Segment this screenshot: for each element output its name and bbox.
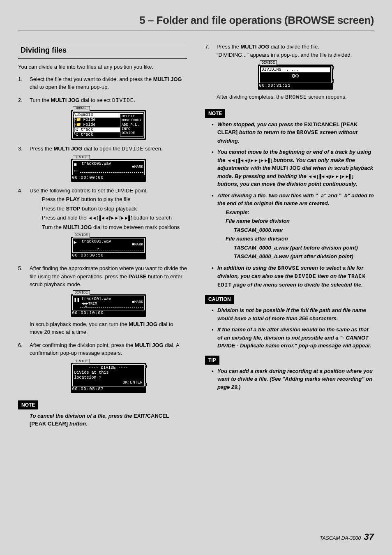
step-6: After confirming the division point, pre…	[18, 341, 187, 393]
step-5: After finding the approximate position w…	[18, 264, 187, 336]
steps-list-cont: Press the MULTI JOG dial to divide the f…	[205, 43, 374, 102]
tip-bullet: You can add a mark during recording at a…	[212, 367, 374, 391]
note-label: NOTE	[18, 400, 38, 409]
footer-model: TASCAM DA-3000	[320, 535, 361, 541]
play-icon: ▶	[74, 240, 77, 245]
stop-icon: ■	[74, 162, 77, 168]
pause-icon: ❚❚	[74, 297, 80, 303]
note-bullet: You cannot move to the beginning or end …	[212, 148, 374, 188]
tip-bullets: You can add a mark during recording at a…	[205, 367, 374, 391]
caution-bullet: If the name of a file after division wou…	[212, 326, 374, 350]
note-text: To cancel the division of a file, press …	[18, 412, 187, 428]
right-column: Press the MULTI JOG dial to divide the f…	[205, 43, 374, 428]
lcd-dividing: DIVIDE DIVIDING ...... ⚙⚙ ▲▼ 00:00:31:21	[258, 65, 333, 90]
section-heading: Dividing files	[18, 43, 187, 59]
left-column: Dividing files You can divide a file int…	[18, 43, 187, 428]
caution-label: CAUTION	[205, 295, 234, 304]
caution-bullets: Division is not be possible if the full …	[205, 306, 374, 350]
note-bullet: After dividing a file, two new files wit…	[212, 192, 374, 261]
gears-icon: ⚙⚙	[261, 73, 330, 80]
page-number: 37	[364, 532, 374, 542]
scrollbar-icon: ▲▼	[332, 66, 334, 83]
content-columns: Dividing files You can divide a file int…	[18, 43, 374, 428]
scissors-icon: ✂	[74, 169, 77, 174]
manual-page: 5 – Folder and file operations (BROWSE s…	[0, 0, 392, 555]
lcd-divide-play: DIVIDE ▶ track001.wav ■MARK ✂ 00:00:30:5…	[71, 237, 146, 259]
scissors-icon: ✂	[97, 247, 100, 252]
step-1: Select the file that you want to divide,…	[18, 75, 187, 91]
steps-list: Select the file that you want to divide,…	[18, 75, 187, 393]
page-footer: TASCAM DA-3000 37	[320, 530, 374, 543]
step-7: Press the MULTI JOG dial to divide the f…	[205, 43, 374, 102]
note-bullets: When stopped, you can press the EXIT/CAN…	[205, 120, 374, 289]
lcd-divide-initial: DIVIDE ■ track005.wav ■MARK ✂ 00:00:00:0…	[71, 159, 146, 182]
caution-bullet: Division is not be possible if the full …	[212, 306, 374, 322]
lcd-divide-confirm: DIVIDE ---- DIVIDE ---- Divide at this l…	[71, 363, 146, 393]
intro-text: You can divide a file into two files at …	[18, 63, 187, 71]
tip-label: TIP	[205, 356, 219, 365]
step-4: Use the following controls to set the DI…	[18, 187, 187, 260]
note-bullet: In addition to using the BROWSE screen t…	[212, 264, 374, 289]
step-3: Press the MULTI JOG dial to open the DIV…	[18, 145, 187, 182]
step-2: Turn the MULTI JOG dial to select DIVIDE…	[18, 96, 187, 140]
scissors-icon: ✂	[85, 304, 88, 309]
note-label: NOTE	[205, 109, 225, 118]
lcd-divide-scrub: DIVIDE ❚❚ track001.wav ◄◆►TRIM ■MARK ✂ 0…	[71, 294, 146, 317]
scrollbar-icon: ▲▼	[145, 365, 147, 386]
lcd-browse: BROWSE Album013 ├📁 Folde ├📁 Folde ├♫ tra…	[71, 110, 146, 140]
note-bullet: When stopped, you can press the EXIT/CAN…	[212, 120, 374, 145]
transport-buttons: ◄◄ [▐◄◄]/►► [►►▌]	[88, 215, 132, 220]
chapter-title: 5 – Folder and file operations (BROWSE s…	[18, 12, 374, 30]
